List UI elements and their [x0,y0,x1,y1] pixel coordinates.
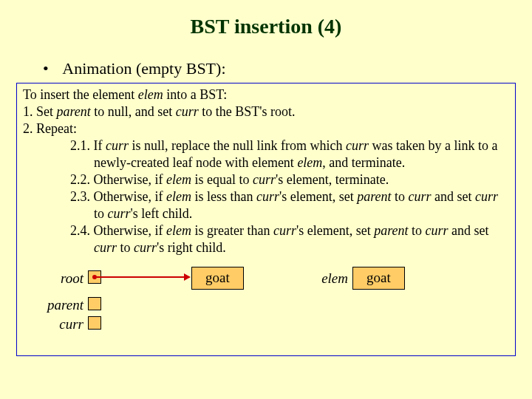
bullet-line: • Animation (empty BST): [43,59,525,78]
slide-title: BST insertion (4) [7,15,525,38]
curr-pointer-box [88,316,101,330]
algorithm-box: To insert the element elem into a BST: 1… [16,83,516,356]
arrow-head-icon [184,273,191,281]
algo-step-2-2: 2.2. Otherwise, if elem is equal to curr… [47,171,509,188]
algo-step-2-3: 2.3. Otherwise, if elem is less than cur… [47,188,509,222]
bullet-icon: • [43,59,59,78]
elem-value-box: goat [352,267,405,289]
root-label: root [23,270,83,287]
arrow-line-icon [97,276,184,278]
tree-node: goat [191,267,244,289]
algo-step-2-4: 2.4. Otherwise, if elem is greater than … [47,222,509,256]
slide: BST insertion (4) • Animation (empty BST… [0,0,532,364]
elem-label: elem [308,270,348,287]
parent-label: parent [23,296,83,314]
curr-label: curr [23,316,83,333]
parent-pointer-box [88,297,101,310]
algo-intro: To insert the element elem into a BST: [23,86,509,103]
bullet-text: Animation (empty BST): [62,59,225,78]
algo-step-2: 2. Repeat: [23,120,509,137]
algo-step-2-1: 2.1. If curr is null, replace the null l… [47,137,509,171]
algo-step-1: 1. Set parent to null, and set curr to t… [23,103,509,120]
diagram: root goat elem goat parent curr [23,267,509,348]
